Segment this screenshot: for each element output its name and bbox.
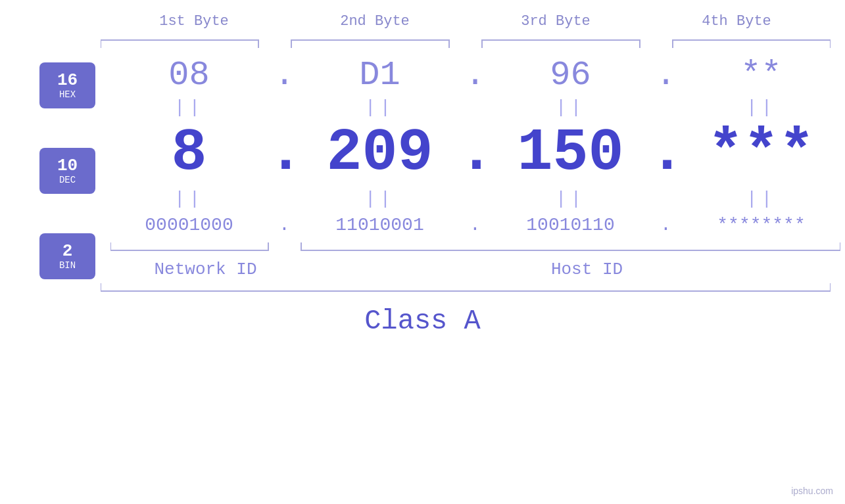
host-id-label: Host ID [334,260,840,279]
dec-badge: 10 DEC [39,148,95,194]
class-bracket-svg [101,282,831,292]
dbl-bar2-b3: || [492,189,650,209]
dbl-bar1-b3: || [492,97,650,118]
bin-badge: 2 BIN [39,233,95,279]
dbl-bar2-b1: || [110,189,268,209]
dbl-bar1-b4: || [683,97,840,118]
main-area: 16 HEX 10 DEC 2 BIN 08 . D1 . 96 . ** [25,49,840,279]
byte1-header: 1st Byte [122,13,266,30]
top-brackets-area [101,35,831,49]
dbl-bar-row1: || || || || [110,97,840,118]
dbl-bar-row2: || || || || [110,189,840,209]
dec-byte3: 150 [492,124,650,183]
dec-byte4: *** [683,124,840,183]
class-label: Class A [364,306,480,337]
bin-byte2: 11010001 [301,215,459,235]
hex-byte2: D1 [301,56,459,95]
top-brackets-svg [101,35,831,49]
dec-byte1: 8 [110,124,268,183]
dec-badge-label: DEC [59,175,76,185]
byte3-header: 3rd Byte [483,13,628,30]
watermark: ipshu.com [791,486,833,496]
bin-byte1: 00001000 [110,215,268,235]
hex-byte4: ** [683,56,840,95]
bin-dot3: . [650,215,683,235]
bottom-brackets-area [110,241,840,256]
class-row: Class A [0,306,845,337]
network-id-label: Network ID [110,260,301,279]
byte4-header: 4th Byte [664,13,809,30]
ip-grid: 08 . D1 . 96 . ** || || || || 8 . [110,49,840,279]
bin-badge-number: 2 [62,242,73,261]
id-labels-row: Network ID Host ID [110,260,840,279]
dec-dot2: . [459,124,492,183]
hex-badge-label: HEX [59,89,76,100]
class-bracket-area [101,282,831,292]
bin-byte3: 10010110 [492,215,650,235]
bin-badge-label: BIN [59,260,76,271]
bin-byte4: ******** [683,215,840,235]
bin-dot2: . [459,215,492,235]
dbl-bar1-b2: || [301,97,459,118]
hex-row: 08 . D1 . 96 . ** [110,56,840,95]
bin-dot1: . [268,215,301,235]
dec-row: 8 . 209 . 150 . *** [110,124,840,183]
hex-dot3: . [650,56,683,95]
hex-badge: 16 HEX [39,62,95,108]
hex-dot1: . [268,56,301,95]
dbl-bar2-b2: || [301,189,459,209]
bin-row: 00001000 . 11010001 . 10010110 . *******… [110,215,840,235]
byte2-header: 2nd Byte [302,13,447,30]
dec-badge-number: 10 [57,156,78,175]
dbl-bar2-b4: || [683,189,840,209]
byte-headers: 1st Byte 2nd Byte 3rd Byte 4th Byte [104,13,827,30]
dec-byte2: 209 [301,124,459,183]
dbl-bar1-b1: || [110,97,268,118]
dec-dot3: . [650,124,683,183]
hex-dot2: . [459,56,492,95]
bottom-brackets-svg [110,241,840,256]
hex-badge-number: 16 [57,71,78,90]
hex-byte1: 08 [110,56,268,95]
hex-byte3: 96 [492,56,650,95]
page-container: 1st Byte 2nd Byte 3rd Byte 4th Byte 16 H… [0,0,845,504]
dec-dot1: . [268,124,301,183]
badges-column: 16 HEX 10 DEC 2 BIN [25,49,110,279]
